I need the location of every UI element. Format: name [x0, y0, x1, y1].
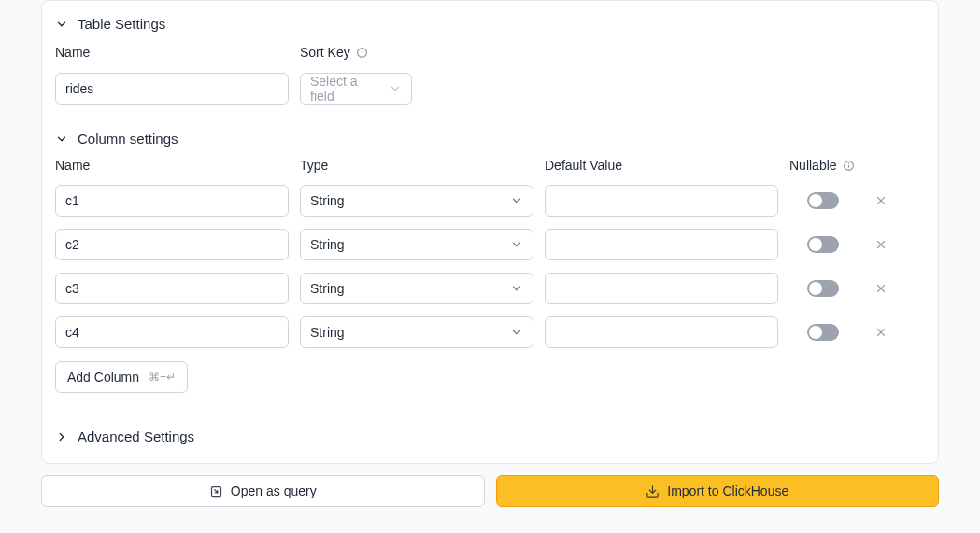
nullable-toggle[interactable]: [807, 192, 839, 209]
column-type-select[interactable]: String: [300, 185, 533, 217]
sortkey-select[interactable]: Select a field: [300, 73, 412, 105]
info-icon: [843, 160, 855, 172]
import-button[interactable]: Import to ClickHouse: [496, 475, 940, 507]
add-column-button[interactable]: Add Column ⌘+↵: [55, 361, 188, 393]
name-label-text: Name: [55, 45, 90, 60]
column-settings-title: Column settings: [78, 131, 178, 147]
chevron-down-icon: [389, 82, 402, 95]
import-label: Import to ClickHouse: [667, 484, 788, 498]
column-type-value: String: [310, 325, 345, 340]
info-icon: [356, 47, 368, 59]
chevron-right-icon: [55, 430, 68, 443]
col-header-nullable-text: Nullable: [789, 158, 837, 173]
svg-point-5: [848, 163, 849, 164]
add-column-shortcut: ⌘+↵: [149, 371, 176, 384]
settings-panel: Table Settings Name Sort Key Select a fi…: [41, 0, 939, 464]
column-default-input[interactable]: [545, 273, 778, 304]
column-settings-header[interactable]: Column settings: [42, 105, 938, 158]
advanced-settings-title: Advanced Settings: [78, 428, 194, 444]
delete-column-button[interactable]: [874, 194, 888, 207]
col-header-type: Type: [300, 158, 533, 173]
download-icon: [646, 484, 660, 498]
nullable-toggle[interactable]: [807, 324, 839, 341]
col-header-default: Default Value: [545, 158, 778, 173]
add-column-label: Add Column: [67, 370, 139, 385]
table-settings-title: Table Settings: [78, 16, 165, 32]
name-field-group: Name: [55, 45, 289, 105]
column-default-input[interactable]: [545, 316, 778, 348]
nullable-toggle[interactable]: [807, 280, 839, 297]
column-type-value: String: [310, 237, 345, 252]
column-type-select[interactable]: String: [300, 273, 533, 304]
column-type-value: String: [310, 281, 345, 296]
table-name-input[interactable]: [55, 73, 289, 105]
svg-point-2: [362, 50, 362, 51]
chevron-down-icon: [55, 18, 68, 31]
column-type-select[interactable]: String: [300, 316, 533, 348]
name-label: Name: [55, 45, 289, 60]
nullable-toggle[interactable]: [807, 236, 839, 253]
table-settings-header[interactable]: Table Settings: [42, 1, 938, 45]
columns-grid: Name Type Default Value Nullable String …: [42, 158, 938, 348]
advanced-settings-header[interactable]: Advanced Settings: [42, 415, 938, 444]
sortkey-placeholder: Select a field: [310, 74, 381, 104]
col-header-nullable: Nullable: [789, 158, 857, 173]
column-default-input[interactable]: [545, 229, 778, 260]
column-name-input[interactable]: [55, 273, 289, 304]
delete-column-button[interactable]: [874, 326, 888, 339]
column-name-input[interactable]: [55, 229, 289, 260]
external-icon: [209, 484, 223, 498]
sortkey-field-group: Sort Key Select a field: [300, 45, 412, 105]
chevron-down-icon: [55, 133, 68, 146]
delete-column-button[interactable]: [874, 282, 888, 295]
chevron-down-icon: [510, 326, 523, 339]
chevron-down-icon: [510, 194, 523, 207]
chevron-down-icon: [510, 238, 523, 251]
delete-column-button[interactable]: [874, 238, 888, 251]
column-name-input[interactable]: [55, 185, 289, 217]
column-name-input[interactable]: [55, 316, 289, 348]
sortkey-label-text: Sort Key: [300, 45, 350, 60]
open-as-query-label: Open as query: [231, 484, 317, 498]
open-as-query-button[interactable]: Open as query: [41, 475, 485, 507]
column-type-value: String: [310, 193, 345, 208]
footer: Open as query Import to ClickHouse: [0, 475, 980, 520]
chevron-down-icon: [510, 282, 523, 295]
col-header-name: Name: [55, 158, 289, 173]
column-default-input[interactable]: [545, 185, 778, 217]
table-settings-body: Name Sort Key Select a field: [42, 45, 938, 105]
column-type-select[interactable]: String: [300, 229, 533, 260]
sortkey-label: Sort Key: [300, 45, 412, 60]
